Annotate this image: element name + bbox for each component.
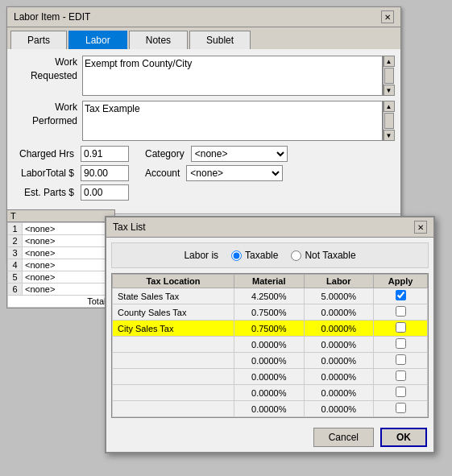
apply-checkbox[interactable] — [396, 370, 406, 381]
labor-is-label: Labor is — [184, 250, 218, 261]
apply-checkbox[interactable] — [396, 322, 406, 333]
tax-row: 0.0000% 0.0000% — [113, 401, 428, 417]
labor-cell: 5.0000% — [304, 288, 374, 304]
apply-checkbox[interactable] — [396, 403, 406, 413]
work-performed-wrap: Tax Example ▲ ▼ — [82, 101, 394, 141]
list-item: 6 <none> — [8, 284, 114, 296]
col-labor: Labor — [304, 275, 374, 288]
tax-radio-row: Labor is Taxable Not Taxable — [111, 242, 429, 268]
tax-location-cell — [113, 401, 234, 417]
apply-cell — [374, 304, 428, 321]
tax-location-cell: State Sales Tax — [113, 288, 234, 304]
apply-checkbox[interactable] — [396, 387, 406, 397]
tax-table-wrap: Tax Location Material Labor Apply State … — [111, 273, 429, 418]
est-parts-row: Est. Parts $ — [14, 184, 394, 201]
category-label: Category — [145, 148, 185, 159]
tab-notes[interactable]: Notes — [129, 31, 188, 49]
tax-dialog-title: Tax List — [113, 221, 146, 233]
apply-cell — [374, 353, 428, 369]
tax-dialog-titlebar: Tax List ✕ — [106, 217, 433, 238]
work-performed-label: WorkPerformed — [14, 101, 82, 128]
labor-cell: 0.0000% — [304, 337, 374, 353]
main-close-button[interactable]: ✕ — [381, 10, 394, 23]
tax-row: County Sales Tax 0.7500% 0.0000% — [113, 304, 428, 321]
tax-location-cell — [113, 337, 234, 353]
apply-cell — [374, 401, 428, 417]
charged-hrs-label: Charged Hrs — [14, 148, 74, 159]
apply-checkbox[interactable] — [396, 306, 406, 317]
material-cell: 0.0000% — [234, 369, 304, 385]
tax-location-cell — [113, 369, 234, 385]
apply-checkbox[interactable] — [396, 354, 406, 365]
labor-cell: 0.0000% — [304, 321, 374, 337]
not-taxable-radio[interactable] — [291, 250, 301, 261]
cancel-button[interactable]: Cancel — [313, 428, 374, 447]
tab-sublet[interactable]: Sublet — [189, 31, 251, 49]
tax-row: 0.0000% 0.0000% — [113, 385, 428, 401]
tax-row: State Sales Tax 4.2500% 5.0000% — [113, 288, 428, 304]
scroll-up-arrow[interactable]: ▲ — [384, 56, 395, 67]
ok-button[interactable]: OK — [380, 428, 427, 447]
tax-location-cell: City Sales Tax — [113, 321, 234, 337]
labor-total-input[interactable] — [81, 165, 129, 181]
tab-parts[interactable]: Parts — [10, 31, 67, 49]
totals-row: Totals — [8, 296, 114, 308]
col-material: Material — [234, 275, 304, 288]
taxable-label: Taxable — [245, 250, 278, 261]
work-requested-row: WorkRequested Exempt from County/City ▲ … — [14, 56, 394, 96]
work-requested-label: WorkRequested — [14, 56, 82, 83]
work-requested-scrollbar[interactable]: ▲ ▼ — [383, 56, 394, 96]
apply-cell — [374, 321, 428, 337]
tax-row: 0.0000% 0.0000% — [113, 337, 428, 353]
work-performed-input[interactable]: Tax Example — [82, 101, 383, 141]
tax-location-cell — [113, 353, 234, 369]
est-parts-input[interactable] — [81, 184, 129, 201]
tax-row-highlighted: City Sales Tax 0.7500% 0.0000% — [113, 321, 428, 337]
labor-total-label: LaborTotal $ — [14, 168, 74, 179]
work-requested-wrap: Exempt from County/City ▲ ▼ — [82, 56, 394, 96]
material-cell: 0.0000% — [234, 401, 304, 417]
tax-location-cell: County Sales Tax — [113, 304, 234, 321]
tab-labor[interactable]: Labor — [68, 31, 127, 49]
tax-dialog-buttons: Cancel OK — [106, 423, 433, 452]
taxable-radio-group: Taxable — [231, 250, 278, 261]
tax-row: 0.0000% 0.0000% — [113, 353, 428, 369]
work-performed-scrollbar[interactable]: ▲ ▼ — [383, 101, 394, 141]
tax-row: 0.0000% 0.0000% — [113, 369, 428, 385]
side-list: T 1 <none> 2 <none> 3 <none> 4 <none> 5 … — [6, 209, 115, 308]
apply-cell — [374, 369, 428, 385]
material-cell: 0.0000% — [234, 337, 304, 353]
apply-cell — [374, 288, 428, 304]
taxable-radio[interactable] — [231, 250, 242, 261]
category-select[interactable]: <none> — [191, 146, 288, 162]
apply-checkbox[interactable] — [396, 290, 406, 300]
account-select[interactable]: <none> — [186, 165, 283, 181]
list-item: 3 <none> — [8, 247, 114, 259]
charged-hrs-row: Charged Hrs Category <none> — [14, 146, 394, 162]
tax-dialog: Tax List ✕ Labor is Taxable Not Taxable … — [105, 216, 435, 453]
tax-dialog-close-button[interactable]: ✕ — [414, 221, 427, 234]
work-requested-input[interactable]: Exempt from County/City — [82, 56, 383, 96]
labor-cell: 0.0000% — [304, 369, 374, 385]
not-taxable-radio-group: Not Taxable — [291, 250, 355, 261]
list-item: 4 <none> — [8, 259, 114, 271]
apply-cell — [374, 337, 428, 353]
scroll-down-arrow[interactable]: ▼ — [384, 85, 395, 96]
apply-cell — [374, 385, 428, 401]
labor-cell: 0.0000% — [304, 401, 374, 417]
form-content: WorkRequested Exempt from County/City ▲ … — [7, 49, 400, 210]
work-performed-row: WorkPerformed Tax Example ▲ ▼ — [14, 101, 394, 141]
tax-table: Tax Location Material Labor Apply State … — [112, 274, 428, 417]
main-titlebar: Labor Item - EDIT ✕ — [7, 7, 400, 27]
tabs-row: Parts Labor Notes Sublet — [7, 27, 400, 49]
scroll-down-arrow2[interactable]: ▼ — [384, 130, 395, 141]
charged-hrs-input[interactable] — [81, 146, 129, 162]
material-cell: 0.7500% — [234, 321, 304, 337]
est-parts-label: Est. Parts $ — [14, 187, 74, 198]
account-label: Account — [145, 168, 180, 179]
tax-location-cell — [113, 385, 234, 401]
material-cell: 0.7500% — [234, 304, 304, 321]
scroll-up-arrow2[interactable]: ▲ — [384, 101, 395, 112]
list-item: 5 <none> — [8, 271, 114, 284]
apply-checkbox[interactable] — [396, 338, 406, 349]
